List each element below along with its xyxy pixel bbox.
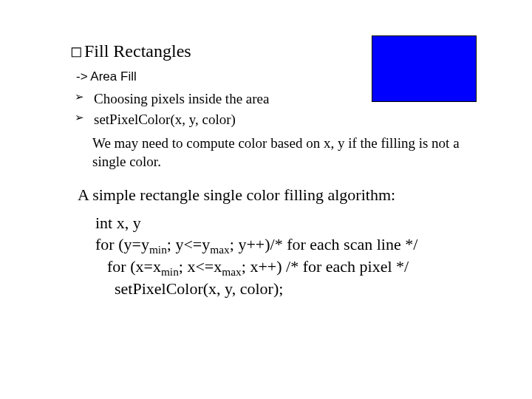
code-block: int x, y for (y=ymin; y<=ymax; y++)/* fo… <box>86 212 480 300</box>
follow-paragraph: We may need to compute color based on x,… <box>92 134 480 171</box>
code-line: for (y=ymin; y<=ymax; y++)/* for each sc… <box>95 233 480 256</box>
bullet-box-icon: ◻ <box>70 43 83 59</box>
subscript: min <box>149 244 167 256</box>
title-text: Fill Rectangles <box>84 41 191 61</box>
subscript: max <box>210 244 230 256</box>
algorithm-intro: A simple rectangle single color filling … <box>78 185 480 206</box>
code-frag: ; y<=y <box>167 235 210 253</box>
code-line: int x, y <box>95 212 480 234</box>
list-item: setPixelColor(x, y, color) <box>75 109 480 131</box>
subscript: min <box>161 265 179 278</box>
code-frag: for (y=y <box>95 235 149 253</box>
list-item: Choosing pixels inside the area <box>75 89 480 110</box>
code-frag: ; x<=x <box>179 257 222 276</box>
subscript: max <box>222 265 242 278</box>
bullet-text: setPixelColor(x, y, color) <box>94 112 236 127</box>
code-frag: ; x++) /* for each pixel */ <box>242 257 409 276</box>
slide: ◻Fill Rectangles -> Area Fill Choosing p… <box>0 0 532 399</box>
bullet-text: Choosing pixels inside the area <box>94 91 269 106</box>
code-line: for (x=xmin; x<=xmax; x++) /* for each p… <box>107 256 480 278</box>
bullet-list: Choosing pixels inside the area setPixel… <box>75 89 480 131</box>
code-line: setPixelColor(x, y, color); <box>115 278 480 300</box>
code-frag: ; y++)/* for each scan line */ <box>230 235 418 253</box>
code-frag: for (x=x <box>107 257 161 276</box>
